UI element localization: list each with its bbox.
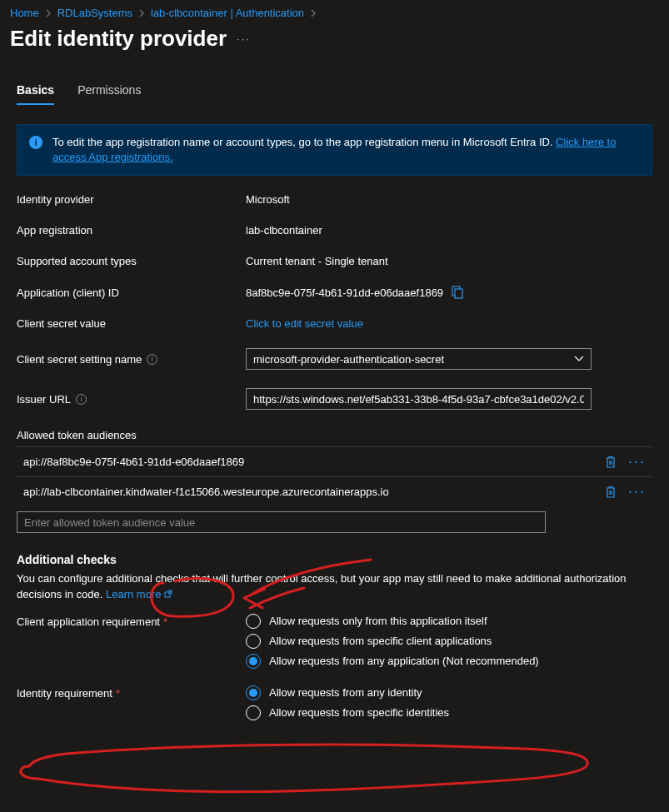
radio-label-text: Allow requests from any application (Not…: [269, 655, 539, 667]
field-issuer-url: Issuer URL i: [17, 379, 652, 419]
token-audience-value: api://8af8bc9e-075f-4b61-91dd-e06daaef18…: [23, 456, 244, 468]
radio-identity-any[interactable]: Allow requests from any identity: [246, 685, 449, 700]
breadcrumb-authentication[interactable]: lab-clbcontainer | Authentication: [151, 7, 304, 19]
label-client-app-requirement: Client application requirement*: [17, 614, 246, 628]
radio-label-text: Allow requests only from this applicatio…: [269, 615, 487, 627]
label-client-id: Application (client) ID: [17, 286, 246, 299]
label-client-secret-setting-name: Client secret setting name i: [17, 353, 246, 366]
radio-client-app-specific[interactable]: Allow requests from specific client appl…: [246, 634, 539, 649]
tab-permissions[interactable]: Permissions: [77, 83, 141, 105]
field-client-secret-value: Client secret value Click to edit secret…: [17, 308, 652, 339]
label-identity-requirement: Identity requirement*: [17, 685, 246, 700]
breadcrumb: Home RDLabSystems lab-clbcontainer | Aut…: [0, 0, 669, 22]
breadcrumb-rdlabsystems[interactable]: RDLabSystems: [57, 7, 132, 19]
radio-client-app-any[interactable]: Allow requests from any application (Not…: [246, 654, 539, 669]
info-banner: i To edit the app registration name or a…: [17, 124, 652, 176]
label-identity-provider: Identity provider: [17, 193, 246, 206]
more-actions-button[interactable]: ···: [237, 32, 251, 45]
token-audience-input[interactable]: [17, 511, 546, 533]
select-value: microsoft-provider-authentication-secret: [253, 353, 444, 366]
radio-icon: [246, 685, 261, 700]
link-edit-secret-value[interactable]: Click to edit secret value: [246, 317, 363, 330]
more-actions-icon[interactable]: ···: [628, 453, 646, 471]
radio-icon: [246, 634, 261, 649]
token-audience-value: api://lab-clbcontainer.kindwater-f1c1506…: [23, 486, 389, 498]
svg-rect-1: [455, 289, 462, 298]
field-identity-requirement: Identity requirement* Allow requests fro…: [17, 685, 652, 720]
learn-more-link[interactable]: Learn more: [106, 588, 172, 600]
issuer-url-input[interactable]: [246, 388, 592, 410]
field-client-secret-setting-name: Client secret setting name i microsoft-p…: [17, 339, 652, 379]
chevron-right-icon: [137, 9, 146, 17]
info-icon: i: [29, 136, 42, 149]
label-client-secret-value: Client secret value: [17, 317, 246, 330]
delete-icon[interactable]: [605, 456, 617, 469]
field-client-app-requirement: Client application requirement* Allow re…: [17, 614, 652, 669]
value-identity-provider: Microsoft: [246, 193, 290, 206]
value-supported-account-types: Current tenant - Single tenant: [246, 255, 388, 267]
more-actions-icon[interactable]: ···: [628, 483, 646, 501]
field-supported-account-types: Supported account types Current tenant -…: [17, 246, 652, 276]
header-additional-checks: Additional checks: [17, 553, 652, 566]
label-supported-account-types: Supported account types: [17, 255, 246, 267]
delete-icon[interactable]: [605, 486, 617, 499]
copy-icon[interactable]: [452, 286, 463, 299]
radio-icon: [246, 614, 261, 629]
chevron-down-icon: [574, 356, 584, 362]
radio-label-text: Allow requests from any identity: [269, 686, 422, 699]
field-app-registration: App registration lab-clbcontainer: [17, 215, 652, 246]
radio-client-app-self-only[interactable]: Allow requests only from this applicatio…: [246, 614, 539, 629]
value-app-registration: lab-clbcontainer: [246, 224, 322, 237]
label-issuer-url: Issuer URL i: [17, 393, 246, 406]
value-client-id: 8af8bc9e-075f-4b61-91dd-e06daaef1869: [246, 286, 443, 299]
label-allowed-token-audiences: Allowed token audiences: [17, 429, 652, 441]
chevron-right-icon: [309, 9, 317, 17]
radio-identity-specific[interactable]: Allow requests from specific identities: [246, 705, 449, 720]
token-audience-row: api://8af8bc9e-075f-4b61-91dd-e06daaef18…: [17, 446, 652, 476]
breadcrumb-home[interactable]: Home: [10, 7, 39, 19]
field-identity-provider: Identity provider Microsoft: [17, 184, 652, 215]
help-icon[interactable]: i: [147, 354, 157, 365]
radio-label-text: Allow requests from specific client appl…: [269, 635, 492, 647]
field-client-id: Application (client) ID 8af8bc9e-075f-4b…: [17, 276, 652, 308]
radio-icon: [246, 705, 261, 720]
chevron-right-icon: [44, 9, 52, 17]
radio-icon: [246, 654, 261, 669]
token-audience-row: api://lab-clbcontainer.kindwater-f1c1506…: [17, 476, 652, 506]
page-title: Edit identity provider: [10, 26, 227, 52]
help-icon[interactable]: i: [76, 394, 87, 405]
tabs: Basics Permissions: [0, 83, 669, 106]
tab-basics[interactable]: Basics: [17, 83, 54, 105]
label-app-registration: App registration: [17, 224, 246, 237]
radio-label-text: Allow requests from specific identities: [269, 706, 449, 719]
select-client-secret-setting-name[interactable]: microsoft-provider-authentication-secret: [246, 348, 592, 370]
info-banner-text: To edit the app registration name or acc…: [52, 136, 556, 148]
